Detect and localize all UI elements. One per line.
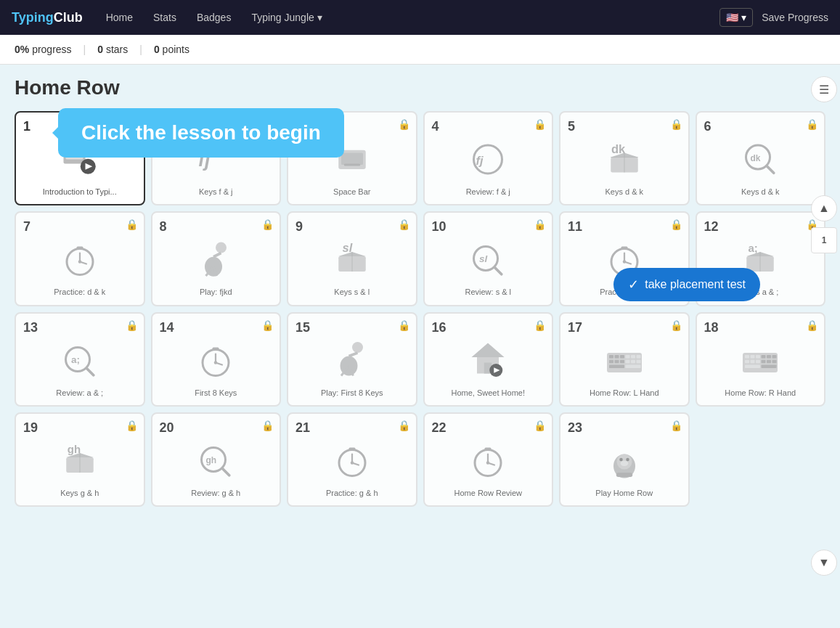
stars-stat: 0 stars xyxy=(97,44,128,55)
progress-stat: 0% progress xyxy=(15,44,72,55)
svg-rect-76 xyxy=(609,364,624,368)
svg-rect-7 xyxy=(341,153,363,166)
svg-rect-66 xyxy=(620,355,624,359)
svg-text:gh: gh xyxy=(68,443,81,455)
lesson-icon-18 xyxy=(704,334,817,385)
lesson-label-23: Play Home Row xyxy=(595,488,653,498)
lesson-card-1[interactable]: 1 T Introduction to Typi... xyxy=(15,111,145,205)
lock-icon: 🔒 xyxy=(670,319,682,331)
lesson-card-9[interactable]: 9 🔒 sl Keys s & l xyxy=(287,211,417,306)
nav-typing-jungle[interactable]: Typing Jungle xyxy=(242,7,330,28)
lesson-card-15[interactable]: 15 🔒 Play: First 8 Keys xyxy=(287,312,417,407)
svg-rect-83 xyxy=(767,355,771,359)
lock-icon: 🔒 xyxy=(398,319,410,331)
lesson-label-19: Keys g & h xyxy=(60,488,99,498)
svg-rect-20 xyxy=(76,247,83,250)
lesson-card-5[interactable]: 5 🔒 dk Keys d & k xyxy=(559,111,690,205)
lesson-number: 4 xyxy=(432,120,439,133)
lesson-card-22[interactable]: 22 🔒 Home Row Review xyxy=(423,412,554,507)
lesson-card-3[interactable]: 3 🔒 Space Bar xyxy=(287,111,417,205)
svg-rect-77 xyxy=(625,364,640,368)
lesson-card-13[interactable]: 13 🔒 a; Review: a & ; xyxy=(15,312,145,407)
svg-point-113 xyxy=(626,458,629,462)
lesson-label-17: Home Row: L Hand xyxy=(590,388,659,398)
svg-rect-84 xyxy=(772,355,777,359)
lesson-card-10[interactable]: 10 🔒 sl Review: s & l xyxy=(423,211,554,306)
menu-button[interactable]: ☰ xyxy=(811,76,837,102)
svg-rect-74 xyxy=(631,359,635,363)
lock-icon: 🔒 xyxy=(398,219,410,230)
lesson-label-10: Review: s & l xyxy=(465,287,511,297)
language-selector[interactable]: 🇺🇸 ▾ xyxy=(719,8,753,27)
lesson-number: 19 xyxy=(23,421,38,434)
points-stat: 0 points xyxy=(154,44,189,55)
svg-point-104 xyxy=(351,461,354,465)
lesson-card-20[interactable]: 20 🔒 gh Review: g & h xyxy=(151,412,282,507)
lesson-card-6[interactable]: 6 🔒 dk Keys d & k xyxy=(696,111,826,205)
svg-point-114 xyxy=(621,460,629,466)
lesson-card-4[interactable]: 4 🔒 fj Review: f & j xyxy=(423,111,554,205)
lock-icon: 🔒 xyxy=(670,420,682,431)
lesson-number: 17 xyxy=(568,321,582,334)
main-content: Home Row 1 T Introduction to Typi... 2 🔒 xyxy=(0,65,840,518)
lesson-icon-23 xyxy=(568,434,681,485)
svg-rect-67 xyxy=(625,355,629,359)
svg-point-23 xyxy=(78,261,82,264)
lesson-icon-14 xyxy=(160,334,273,385)
lesson-number: 2 xyxy=(160,120,167,133)
svg-rect-49 xyxy=(213,347,219,351)
lock-icon: 🔒 xyxy=(261,118,274,130)
side-controls: ☰ ▲ 1 ▼ xyxy=(811,76,840,576)
lock-icon: 🔒 xyxy=(670,219,682,230)
lesson-card-19[interactable]: 19 🔒 gh Keys g & h xyxy=(15,412,145,507)
lesson-card-14[interactable]: 14 🔒 First 8 Keys xyxy=(151,312,282,407)
lesson-icon-3 xyxy=(295,133,409,184)
lesson-card-2[interactable]: 2 🔒 fj Keys f & j xyxy=(151,111,282,205)
lesson-icon-20: gh xyxy=(160,434,273,485)
lock-icon: 🔒 xyxy=(534,118,546,130)
svg-rect-72 xyxy=(620,359,624,363)
placement-test-button[interactable]: ✓ take placement test xyxy=(613,268,760,301)
svg-rect-82 xyxy=(762,355,766,359)
lesson-icon-2: fj xyxy=(160,133,273,184)
svg-rect-81 xyxy=(756,355,760,359)
lock-icon: 🔒 xyxy=(534,319,546,331)
lock-icon: 🔒 xyxy=(126,420,138,431)
lesson-label-16: Home, Sweet Home! xyxy=(452,388,525,398)
brand[interactable]: TypingClub xyxy=(12,10,83,25)
lesson-card-21[interactable]: 21 🔒 Practice: g & h xyxy=(287,412,417,507)
save-progress-button[interactable]: Save Progress xyxy=(762,12,828,23)
lesson-number: 11 xyxy=(568,220,582,233)
lesson-card-23[interactable]: 23 🔒 Play Home Row xyxy=(559,412,690,507)
nav-badges[interactable]: Badges xyxy=(188,7,240,28)
nav-home[interactable]: Home xyxy=(97,7,142,28)
svg-rect-106 xyxy=(485,447,492,451)
lesson-icon-1: T xyxy=(23,133,136,184)
svg-rect-91 xyxy=(745,364,760,368)
lesson-label-22: Home Row Review xyxy=(454,488,522,498)
lesson-icon-9: sl xyxy=(295,233,409,284)
lesson-card-8[interactable]: 8 🔒 Play: fjkd xyxy=(151,211,282,306)
lesson-number: 21 xyxy=(295,421,310,434)
lesson-card-18[interactable]: 18 🔒 xyxy=(696,312,826,407)
lesson-card-7[interactable]: 7 🔒 Practice: d & k xyxy=(15,211,145,306)
svg-rect-85 xyxy=(745,359,749,363)
svg-text:a;: a; xyxy=(749,242,758,254)
svg-line-26 xyxy=(213,253,221,257)
svg-text:fj: fj xyxy=(476,154,484,167)
flag-icon: 🇺🇸 xyxy=(726,12,738,23)
svg-rect-88 xyxy=(762,359,766,363)
scroll-down-button[interactable]: ▼ xyxy=(811,550,837,576)
scroll-up-button[interactable]: ▲ xyxy=(811,195,837,221)
dk-magnify-icon: dk xyxy=(738,136,782,180)
lesson-card-17[interactable]: 17 🔒 xyxy=(559,312,690,407)
svg-line-35 xyxy=(495,268,502,274)
svg-rect-90 xyxy=(772,359,777,363)
lesson-icon-13: a; xyxy=(23,334,136,385)
svg-line-47 xyxy=(87,368,94,375)
svg-text:fj: fj xyxy=(198,149,211,171)
svg-text:a;: a; xyxy=(71,354,80,365)
nav-stats[interactable]: Stats xyxy=(144,7,185,28)
lesson-card-16[interactable]: 16 🔒 Home, Sweet Home! xyxy=(423,312,554,407)
lesson-icon-19: gh xyxy=(23,434,136,485)
